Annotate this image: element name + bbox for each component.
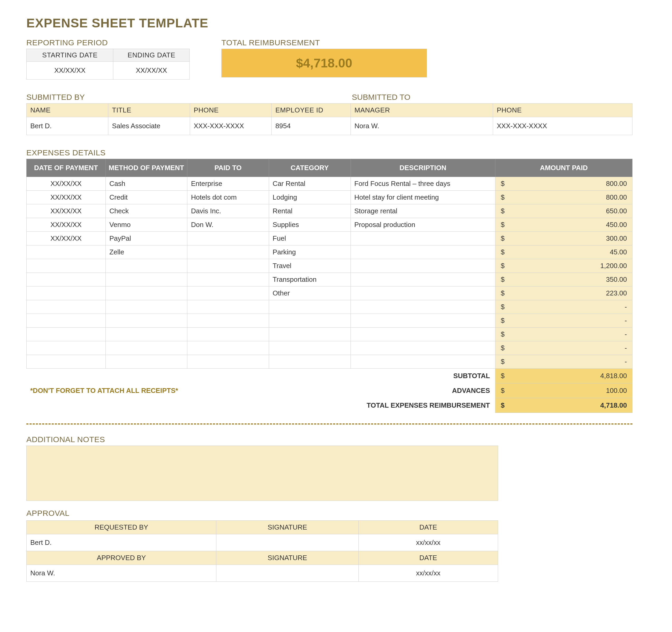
cell-category[interactable]: Parking	[269, 246, 351, 259]
cell-date[interactable]	[27, 300, 106, 314]
cell-amount[interactable]: $45.00	[496, 246, 632, 259]
submitted-by-phone[interactable]: XXX-XXX-XXXX	[190, 117, 272, 135]
cell-paid-to[interactable]	[187, 232, 269, 246]
cell-description[interactable]	[351, 246, 496, 259]
cell-category[interactable]	[269, 300, 351, 314]
cell-date[interactable]	[27, 355, 106, 369]
cell-paid-to[interactable]	[187, 300, 269, 314]
cell-method[interactable]	[105, 328, 187, 341]
cell-date[interactable]	[27, 259, 106, 273]
cell-amount[interactable]: $350.00	[496, 273, 632, 286]
submitted-to-manager[interactable]: Nora W.	[351, 117, 493, 135]
cell-amount[interactable]: $-	[496, 341, 632, 355]
cell-category[interactable]: Transportation	[269, 273, 351, 286]
cell-amount[interactable]: $800.00	[496, 191, 632, 204]
cell-method[interactable]: PayPal	[105, 232, 187, 246]
cell-date[interactable]: XX/XX/XX	[27, 232, 106, 246]
cell-method[interactable]: Credit	[105, 191, 187, 204]
cell-amount[interactable]: $650.00	[496, 204, 632, 218]
cell-description[interactable]: Hotel stay for client meeting	[351, 191, 496, 204]
cell-method[interactable]	[105, 300, 187, 314]
cell-category[interactable]	[269, 314, 351, 328]
cell-description[interactable]: Ford Focus Rental – three days	[351, 177, 496, 191]
additional-notes-box[interactable]	[26, 446, 498, 501]
requested-by-value[interactable]: Bert D.	[27, 534, 216, 551]
cell-date[interactable]	[27, 246, 106, 259]
cell-method[interactable]	[105, 259, 187, 273]
cell-category[interactable]	[269, 328, 351, 341]
cell-paid-to[interactable]: Don W.	[187, 218, 269, 232]
cell-method[interactable]: Venmo	[105, 218, 187, 232]
approved-by-value[interactable]: Nora W.	[27, 565, 216, 582]
cell-description[interactable]	[351, 314, 496, 328]
cell-method[interactable]: Zelle	[105, 246, 187, 259]
cell-description[interactable]	[351, 273, 496, 286]
cell-method[interactable]	[105, 314, 187, 328]
cell-category[interactable]: Car Rental	[269, 177, 351, 191]
cell-description[interactable]	[351, 232, 496, 246]
cell-category[interactable]: Other	[269, 286, 351, 300]
cell-amount[interactable]: $-	[496, 314, 632, 328]
cell-method[interactable]	[105, 341, 187, 355]
cell-amount[interactable]: $1,200.00	[496, 259, 632, 273]
cell-date[interactable]: XX/XX/XX	[27, 204, 106, 218]
requested-date[interactable]: xx/xx/xx	[359, 534, 498, 551]
cell-paid-to[interactable]	[187, 273, 269, 286]
cell-method[interactable]	[105, 286, 187, 300]
cell-date[interactable]	[27, 286, 106, 300]
cell-date[interactable]: XX/XX/XX	[27, 191, 106, 204]
cell-date[interactable]	[27, 341, 106, 355]
cell-paid-to[interactable]	[187, 341, 269, 355]
cell-description[interactable]	[351, 328, 496, 341]
cell-method[interactable]: Check	[105, 204, 187, 218]
cell-description[interactable]	[351, 355, 496, 369]
approved-signature[interactable]	[216, 565, 359, 582]
submitted-by-empid[interactable]: 8954	[272, 117, 351, 135]
approved-date[interactable]: xx/xx/xx	[359, 565, 498, 582]
cell-amount[interactable]: $300.00	[496, 232, 632, 246]
cell-category[interactable]: Fuel	[269, 232, 351, 246]
cell-amount[interactable]: $223.00	[496, 286, 632, 300]
submitted-by-title[interactable]: Sales Associate	[108, 117, 190, 135]
submitted-to-phone[interactable]: XXX-XXX-XXXX	[493, 117, 632, 135]
cell-date[interactable]	[27, 273, 106, 286]
cell-category[interactable]: Supplies	[269, 218, 351, 232]
cell-date[interactable]	[27, 314, 106, 328]
cell-amount[interactable]: $-	[496, 355, 632, 369]
cell-category[interactable]	[269, 341, 351, 355]
cell-date[interactable]: XX/XX/XX	[27, 177, 106, 191]
end-date-value[interactable]: XX/XX/XX	[113, 61, 190, 79]
start-date-value[interactable]: XX/XX/XX	[27, 61, 113, 79]
cell-date[interactable]: XX/XX/XX	[27, 218, 106, 232]
cell-amount[interactable]: $450.00	[496, 218, 632, 232]
cell-category[interactable]: Lodging	[269, 191, 351, 204]
cell-paid-to[interactable]	[187, 328, 269, 341]
cell-paid-to[interactable]: Davis Inc.	[187, 204, 269, 218]
cell-description[interactable]: Proposal production	[351, 218, 496, 232]
cell-category[interactable]	[269, 355, 351, 369]
cell-description[interactable]: Storage rental	[351, 204, 496, 218]
submitted-by-name[interactable]: Bert D.	[27, 117, 108, 135]
cell-amount[interactable]: $800.00	[496, 177, 632, 191]
cell-paid-to[interactable]: Enterprise	[187, 177, 269, 191]
cell-amount[interactable]: $-	[496, 328, 632, 341]
cell-description[interactable]	[351, 341, 496, 355]
cell-category[interactable]: Travel	[269, 259, 351, 273]
cell-paid-to[interactable]	[187, 246, 269, 259]
cell-category[interactable]: Rental	[269, 204, 351, 218]
cell-description[interactable]	[351, 286, 496, 300]
requested-signature[interactable]	[216, 534, 359, 551]
cell-paid-to[interactable]	[187, 259, 269, 273]
cell-method[interactable]: Cash	[105, 177, 187, 191]
advances-value[interactable]: $100.00	[496, 383, 632, 398]
cell-description[interactable]	[351, 300, 496, 314]
cell-date[interactable]	[27, 328, 106, 341]
cell-paid-to[interactable]	[187, 286, 269, 300]
cell-method[interactable]	[105, 273, 187, 286]
cell-description[interactable]	[351, 259, 496, 273]
cell-amount[interactable]: $-	[496, 300, 632, 314]
cell-paid-to[interactable]: Hotels dot com	[187, 191, 269, 204]
cell-method[interactable]	[105, 355, 187, 369]
cell-paid-to[interactable]	[187, 355, 269, 369]
cell-paid-to[interactable]	[187, 314, 269, 328]
